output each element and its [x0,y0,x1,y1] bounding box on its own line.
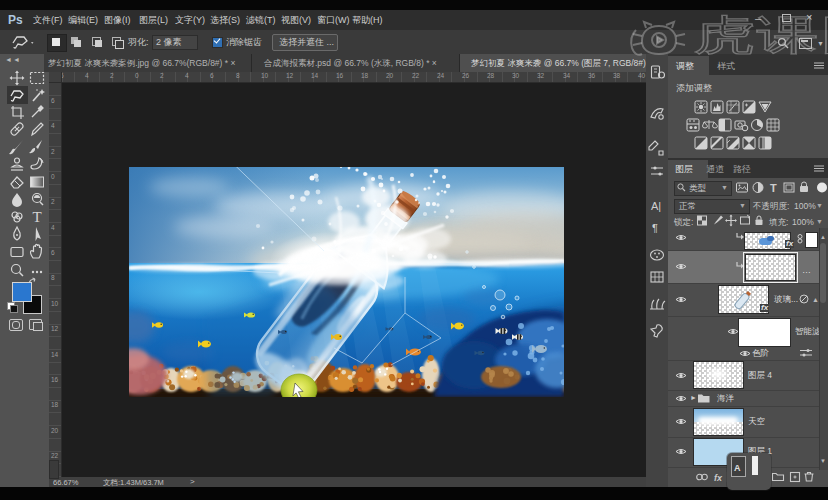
svg-text:T: T [770,182,777,194]
svg-text:¶: ¶ [652,222,658,234]
svg-text:A|: A| [651,200,661,212]
svg-text:T: T [32,209,41,225]
svg-text:fx: fx [714,473,723,483]
